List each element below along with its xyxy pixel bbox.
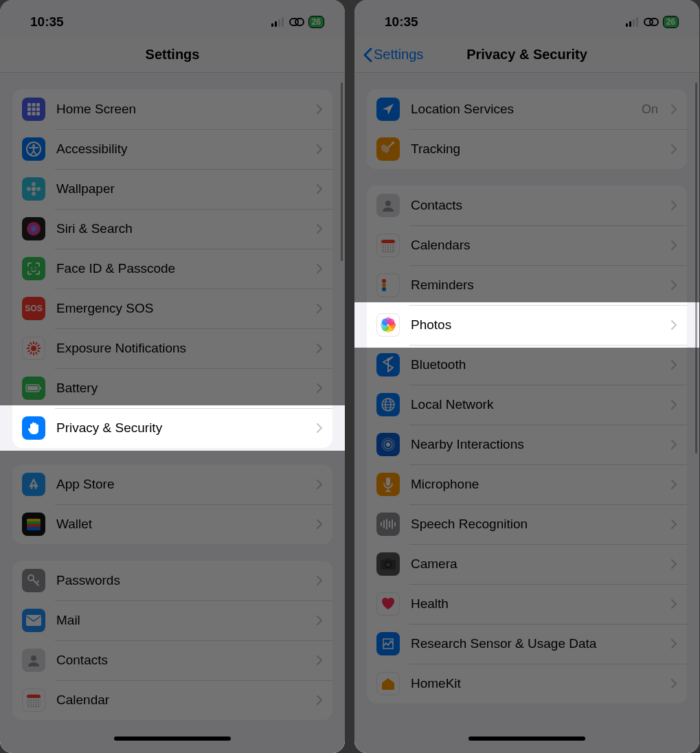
row-bluetooth[interactable]: Bluetooth — [367, 345, 687, 385]
row-home_screen[interactable]: Home Screen — [12, 89, 332, 129]
svg-point-65 — [28, 706, 30, 707]
svg-rect-70 — [626, 23, 628, 27]
row-label: Bluetooth — [411, 357, 659, 372]
svg-rect-3 — [282, 17, 284, 27]
svg-rect-79 — [381, 240, 395, 243]
siri_search-icon — [22, 217, 45, 240]
row-siri_search[interactable]: Siri & Search — [12, 209, 332, 249]
settings-scroll[interactable]: Home ScreenAccessibilityWallpaperSiri & … — [0, 73, 345, 753]
row-microphone[interactable]: Microphone — [367, 464, 687, 504]
svg-rect-1 — [275, 21, 277, 27]
row-battery[interactable]: Battery — [12, 368, 332, 408]
svg-point-18 — [32, 182, 36, 186]
row-tracking[interactable]: Tracking — [367, 129, 687, 169]
svg-rect-14 — [36, 112, 40, 115]
svg-point-90 — [383, 249, 384, 250]
row-label: Location Services — [411, 102, 631, 117]
row-contacts[interactable]: Contacts — [367, 186, 687, 225]
chevron-right-icon — [670, 678, 677, 689]
row-label: Passwords — [56, 573, 305, 588]
svg-rect-5 — [295, 19, 304, 25]
row-wallet[interactable]: Wallet — [12, 504, 332, 544]
status-time: 10:35 — [385, 14, 418, 30]
row-label: Privacy & Security — [56, 420, 305, 436]
nav-back-button[interactable]: Settings — [363, 47, 423, 63]
passwords-icon — [22, 569, 45, 592]
svg-line-34 — [30, 342, 32, 344]
privacy-scroll[interactable]: Location ServicesOnTrackingContactsCalen… — [354, 73, 699, 753]
svg-point-91 — [385, 249, 387, 250]
row-homekit[interactable]: HomeKit — [367, 664, 687, 704]
row-photos[interactable]: Photos — [367, 305, 687, 345]
row-reminders[interactable]: Reminders — [367, 265, 687, 305]
row-research[interactable]: Research Sensor & Usage Data — [367, 624, 687, 664]
row-face_id[interactable]: Face ID & Passcode — [12, 249, 332, 289]
svg-point-64 — [38, 704, 39, 705]
svg-rect-39 — [27, 386, 38, 390]
svg-line-28 — [36, 352, 37, 354]
row-calendar_left[interactable]: Calendar — [12, 680, 332, 720]
row-label: Wallpaper — [56, 181, 305, 196]
svg-point-21 — [36, 187, 41, 191]
svg-point-60 — [28, 704, 30, 705]
svg-point-85 — [383, 247, 384, 248]
svg-point-66 — [31, 706, 32, 707]
local_network-icon — [376, 393, 400, 416]
row-accessibility[interactable]: Accessibility — [12, 129, 332, 169]
svg-point-88 — [390, 247, 392, 248]
svg-rect-129 — [385, 559, 391, 561]
svg-point-25 — [31, 346, 36, 351]
svg-point-97 — [387, 251, 389, 252]
chevron-right-icon — [670, 519, 677, 530]
cellular-icon — [626, 17, 640, 27]
chevron-right-icon — [670, 144, 677, 155]
wallet-icon — [22, 513, 45, 536]
row-speech[interactable]: Speech Recognition — [367, 504, 687, 544]
row-location[interactable]: Location ServicesOn — [367, 89, 687, 129]
status-right: 26 — [626, 16, 679, 28]
row-passwords[interactable]: Passwords — [12, 561, 332, 600]
row-app_store[interactable]: App Store — [12, 464, 332, 504]
row-privacy[interactable]: Privacy & Security — [12, 408, 332, 448]
row-label: Calendars — [411, 238, 659, 253]
svg-point-59 — [38, 701, 39, 703]
svg-point-101 — [382, 283, 386, 287]
svg-rect-11 — [36, 108, 40, 111]
row-mail[interactable]: Mail — [12, 600, 332, 640]
row-health[interactable]: Health — [367, 584, 687, 624]
row-camera[interactable]: Camera — [367, 544, 687, 584]
svg-rect-6 — [27, 103, 31, 106]
link-icon — [289, 18, 304, 26]
chevron-right-icon — [670, 479, 677, 490]
row-wallpaper[interactable]: Wallpaper — [12, 169, 332, 209]
contacts_left-icon — [22, 649, 45, 672]
chevron-right-icon — [316, 575, 323, 586]
svg-point-86 — [385, 247, 387, 248]
chevron-right-icon — [670, 439, 677, 450]
row-nearby[interactable]: Nearby Interactions — [367, 425, 687, 464]
svg-line-30 — [30, 352, 32, 354]
row-label: App Store — [56, 477, 305, 492]
tracking-icon — [376, 137, 400, 161]
battery-badge: 26 — [308, 16, 324, 28]
chevron-right-icon — [670, 399, 677, 410]
photos-icon — [376, 313, 400, 337]
phone-privacy: 10:35 26 Settings Privacy & Security Loc… — [354, 0, 699, 753]
row-local_network[interactable]: Local Network — [367, 385, 687, 425]
nav-title: Settings — [0, 47, 345, 63]
chevron-right-icon — [316, 104, 323, 115]
svg-point-55 — [28, 701, 30, 703]
svg-point-93 — [390, 249, 392, 250]
row-exposure[interactable]: Exposure Notifications — [12, 328, 332, 368]
row-calendars[interactable]: Calendars — [367, 225, 687, 265]
phone-settings: 10:35 26 Settings Home ScreenAccessibili… — [0, 0, 345, 753]
chevron-right-icon — [316, 144, 323, 155]
svg-line-36 — [36, 342, 37, 344]
svg-point-98 — [390, 251, 392, 252]
row-contacts_left[interactable]: Contacts — [12, 640, 332, 680]
row-label: Home Screen — [56, 102, 305, 117]
svg-rect-9 — [27, 108, 31, 111]
app_store-icon — [22, 473, 45, 496]
row-sos[interactable]: SOSEmergency SOS — [12, 289, 332, 328]
svg-point-87 — [387, 247, 389, 248]
